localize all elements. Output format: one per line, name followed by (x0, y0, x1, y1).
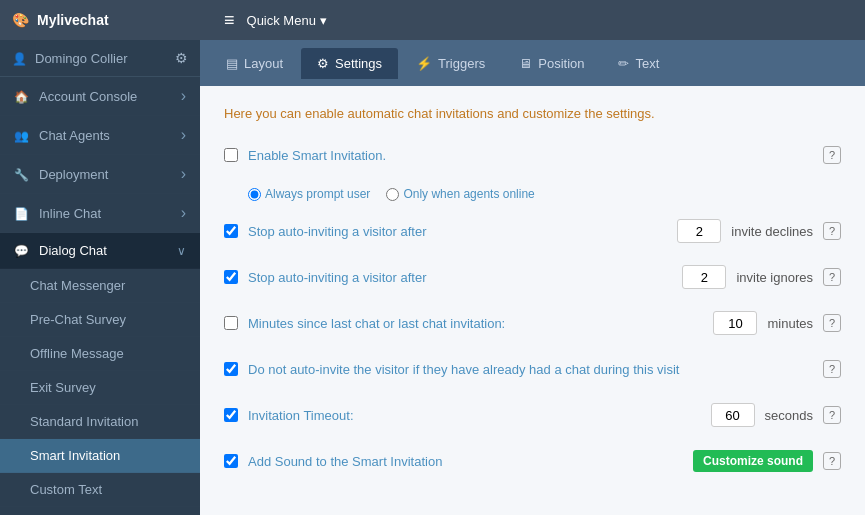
content-area: ▤ Layout ⚙ Settings ⚡ Triggers 🖥 Positio… (200, 40, 865, 515)
dialog-icon (14, 243, 29, 258)
stop-ignores-suffix: invite ignores (736, 270, 813, 285)
tab-text-label: Text (635, 56, 659, 71)
tab-settings[interactable]: ⚙ Settings (301, 48, 398, 79)
sidebar-item-label: Account Console (39, 89, 137, 104)
top-bar: Mylivechat ≡ Quick Menu ▾ (0, 0, 865, 40)
stop-declines-checkbox[interactable] (224, 224, 238, 238)
sidebar-item-label: Dialog Chat (39, 243, 107, 258)
radio-always-prompt[interactable]: Always prompt user (248, 187, 370, 201)
home-icon (14, 89, 29, 104)
setting-row-stop-declines: Stop auto-inviting a visitor after invit… (224, 217, 841, 245)
quick-menu-caret: ▾ (320, 13, 327, 28)
sidebar-sub-item-pre-chat-survey[interactable]: Pre-Chat Survey (0, 303, 200, 337)
stop-declines-suffix: invite declines (731, 224, 813, 239)
tab-bar: ▤ Layout ⚙ Settings ⚡ Triggers 🖥 Positio… (200, 40, 865, 86)
user-settings-icon[interactable] (175, 50, 188, 66)
position-icon: 🖥 (519, 56, 532, 71)
setting-row-stop-ignores: Stop auto-inviting a visitor after invit… (224, 263, 841, 291)
stop-declines-prefix: Stop auto-inviting a visitor after (248, 224, 667, 239)
chevron-right-icon (181, 204, 186, 222)
setting-row-enable-smart: Enable Smart Invitation. ? (224, 141, 841, 169)
enable-smart-label: Enable Smart Invitation. (248, 148, 813, 163)
deploy-icon (14, 167, 29, 182)
setting-row-minutes-since: Minutes since last chat or last chat inv… (224, 309, 841, 337)
chevron-right-icon (181, 165, 186, 183)
radio-group-prompt: Always prompt user Only when agents onli… (248, 187, 841, 201)
radio-always-prompt-input[interactable] (248, 188, 261, 201)
do-not-auto-label: Do not auto-invite the visitor if they h… (248, 362, 813, 377)
radio-agents-online[interactable]: Only when agents online (386, 187, 534, 201)
settings-icon: ⚙ (317, 56, 329, 71)
timeout-checkbox[interactable] (224, 408, 238, 422)
sidebar-item-dialog-chat[interactable]: Dialog Chat (0, 233, 200, 269)
stop-ignores-input[interactable] (682, 265, 726, 289)
stop-ignores-checkbox[interactable] (224, 270, 238, 284)
stop-ignores-help[interactable]: ? (823, 268, 841, 286)
tab-layout[interactable]: ▤ Layout (210, 48, 299, 79)
sidebar-item-label: Inline Chat (39, 206, 101, 221)
sidebar: Domingo Collier Account Console Chat Age… (0, 40, 200, 515)
logo: Mylivechat (12, 12, 212, 28)
tab-position-label: Position (538, 56, 584, 71)
tab-layout-label: Layout (244, 56, 283, 71)
add-sound-help[interactable]: ? (823, 452, 841, 470)
sidebar-item-chat-agents[interactable]: Chat Agents (0, 116, 200, 155)
radio-agents-online-input[interactable] (386, 188, 399, 201)
sidebar-username: Domingo Collier (35, 51, 127, 66)
setting-row-add-sound: Add Sound to the Smart Invitation Custom… (224, 447, 841, 475)
quick-menu-label: Quick Menu (247, 13, 316, 28)
enable-smart-checkbox[interactable] (224, 148, 238, 162)
text-icon: ✏ (618, 56, 629, 71)
description-text: Here you can enable automatic chat invit… (224, 106, 841, 121)
quick-menu[interactable]: Quick Menu ▾ (247, 13, 327, 28)
timeout-suffix: seconds (765, 408, 813, 423)
chevron-right-icon (181, 126, 186, 144)
minutes-since-prefix: Minutes since last chat or last chat inv… (248, 316, 703, 331)
timeout-prefix: Invitation Timeout: (248, 408, 701, 423)
sidebar-sub-item-custom-text[interactable]: Custom Text (0, 473, 200, 507)
sidebar-item-label: Chat Agents (39, 128, 110, 143)
setting-row-do-not-auto: Do not auto-invite the visitor if they h… (224, 355, 841, 383)
sidebar-item-label: Deployment (39, 167, 108, 182)
add-sound-checkbox[interactable] (224, 454, 238, 468)
timeout-help[interactable]: ? (823, 406, 841, 424)
sidebar-sub-item-standard-invitation[interactable]: Standard Invitation (0, 405, 200, 439)
sidebar-user[interactable]: Domingo Collier (0, 40, 200, 77)
sidebar-item-account-console[interactable]: Account Console (0, 77, 200, 116)
logo-icon (12, 12, 29, 28)
tab-text[interactable]: ✏ Text (602, 48, 675, 79)
sidebar-sub-item-exit-survey[interactable]: Exit Survey (0, 371, 200, 405)
sidebar-sub-item-offline-message[interactable]: Offline Message (0, 337, 200, 371)
customize-sound-button[interactable]: Customize sound (693, 450, 813, 472)
stop-ignores-prefix: Stop auto-inviting a visitor after (248, 270, 672, 285)
tab-settings-label: Settings (335, 56, 382, 71)
chevron-down-icon (177, 243, 186, 258)
tab-triggers[interactable]: ⚡ Triggers (400, 48, 501, 79)
add-sound-label: Add Sound to the Smart Invitation (248, 454, 683, 469)
sidebar-sub-item-smart-invitation[interactable]: Smart Invitation (0, 439, 200, 473)
do-not-auto-help[interactable]: ? (823, 360, 841, 378)
tab-triggers-label: Triggers (438, 56, 485, 71)
setting-row-timeout: Invitation Timeout: seconds ? (224, 401, 841, 429)
timeout-input[interactable] (711, 403, 755, 427)
main-layout: Domingo Collier Account Console Chat Age… (0, 40, 865, 515)
sidebar-item-deployment[interactable]: Deployment (0, 155, 200, 194)
do-not-auto-checkbox[interactable] (224, 362, 238, 376)
chevron-right-icon (181, 87, 186, 105)
inline-icon (14, 206, 29, 221)
layout-icon: ▤ (226, 56, 238, 71)
sidebar-sub-item-chat-messenger[interactable]: Chat Messenger (0, 269, 200, 303)
minutes-since-input[interactable] (713, 311, 757, 335)
main-content: Here you can enable automatic chat invit… (200, 86, 865, 515)
minutes-since-help[interactable]: ? (823, 314, 841, 332)
sidebar-item-inline-chat[interactable]: Inline Chat (0, 194, 200, 233)
minutes-since-suffix: minutes (767, 316, 813, 331)
agents-icon (14, 128, 29, 143)
tab-position[interactable]: 🖥 Position (503, 48, 600, 79)
stop-declines-help[interactable]: ? (823, 222, 841, 240)
user-icon (12, 51, 27, 66)
hamburger-icon[interactable]: ≡ (224, 10, 235, 31)
enable-smart-help[interactable]: ? (823, 146, 841, 164)
minutes-since-checkbox[interactable] (224, 316, 238, 330)
stop-declines-input[interactable] (677, 219, 721, 243)
